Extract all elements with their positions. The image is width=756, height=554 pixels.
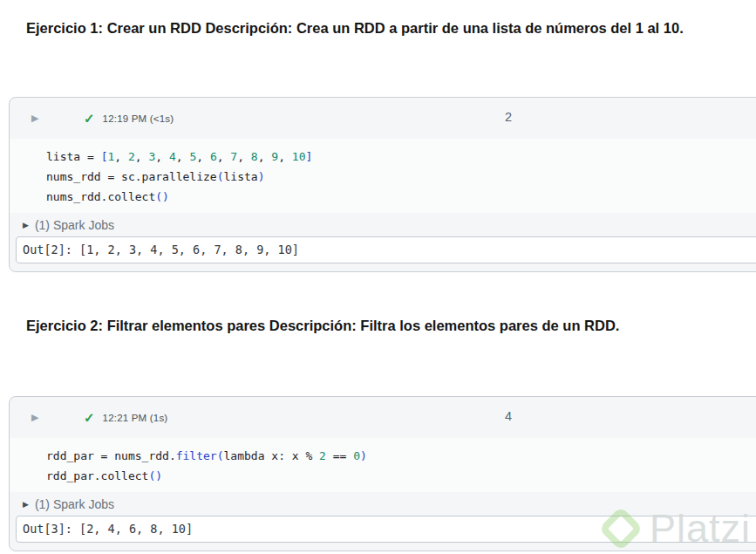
cell-collapse-play-icon[interactable]: ▶ <box>31 113 44 124</box>
cell-header: ▶ ✓ 12:19 PM (<1s) 2 <box>10 98 756 139</box>
cell-run-timestamp: 12:19 PM (<1s) <box>103 113 174 124</box>
cell-header: ▶ ✓ 12:21 PM (1s) 4 <box>10 397 756 438</box>
execution-count: 4 <box>505 409 512 423</box>
spark-jobs-toggle[interactable]: ▶ (1) Spark Jobs <box>10 492 756 516</box>
code-line: lista = [1, 2, 3, 4, 5, 6, 7, 8, 9, 10] <box>46 147 756 167</box>
code-line: rdd_par.collect() <box>46 466 756 486</box>
code-editor[interactable]: rdd_par = nums_rdd.filter(lambda x: x % … <box>10 438 756 492</box>
success-check-icon: ✓ <box>84 111 95 127</box>
exercise-2-heading: Ejercicio 2: Filtrar elementos pares Des… <box>26 272 730 335</box>
code-line: rdd_par = nums_rdd.filter(lambda x: x % … <box>46 446 756 466</box>
chevron-right-icon: ▶ <box>23 221 29 229</box>
code-line: nums_rdd = sc.parallelize(lista) <box>46 167 756 187</box>
spark-jobs-toggle[interactable]: ▶ (1) Spark Jobs <box>10 213 756 236</box>
exercise-1-heading: Ejercicio 1: Crear un RDD Descripción: C… <box>26 0 730 38</box>
code-editor[interactable]: lista = [1, 2, 3, 4, 5, 6, 7, 8, 9, 10]n… <box>10 139 756 213</box>
execution-count: 2 <box>505 110 512 124</box>
cell-collapse-play-icon[interactable]: ▶ <box>31 412 44 423</box>
chevron-right-icon: ▶ <box>23 500 29 509</box>
cell-output: Out[2]: [1, 2, 3, 4, 5, 6, 7, 8, 9, 10] <box>16 236 756 263</box>
notebook-cell-2: ▶ ✓ 12:21 PM (1s) 4 rdd_par = nums_rdd.f… <box>9 396 756 551</box>
notebook-cell-1: ▶ ✓ 12:19 PM (<1s) 2 lista = [1, 2, 3, 4… <box>9 97 756 272</box>
spark-jobs-label: (1) Spark Jobs <box>35 497 114 511</box>
cell-run-timestamp: 12:21 PM (1s) <box>103 413 168 423</box>
success-check-icon: ✓ <box>84 410 95 426</box>
code-line: nums_rdd.collect() <box>46 187 756 207</box>
cell-output: Out[3]: [2, 4, 6, 8, 10] <box>16 516 756 543</box>
spark-jobs-label: (1) Spark Jobs <box>35 218 114 232</box>
